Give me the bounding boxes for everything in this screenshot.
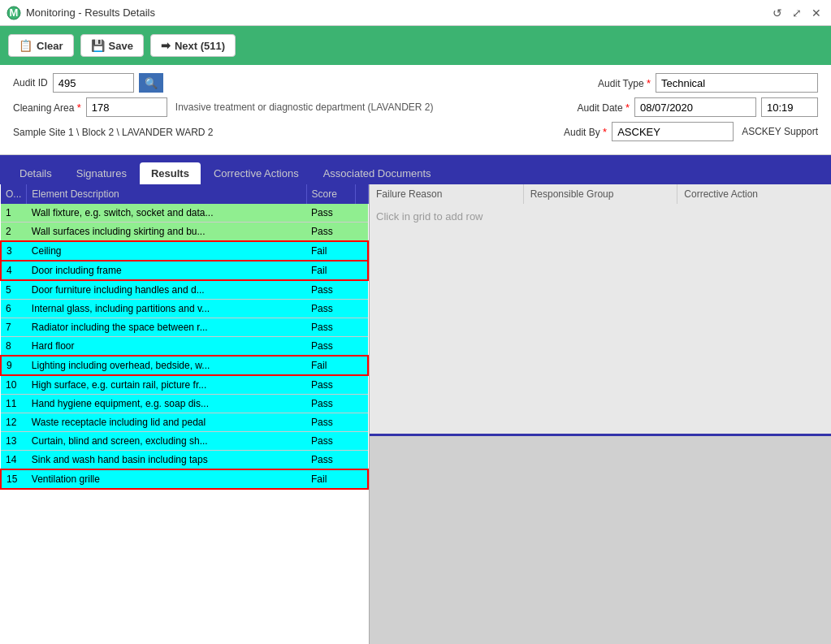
content-area: O... Element Description Score 1 Wall fi… xyxy=(0,184,831,644)
col-order: O... xyxy=(1,184,27,204)
table-row[interactable]: 9 Lighting including overhead, bedside, … xyxy=(1,356,368,375)
cell-score: Pass xyxy=(306,300,355,318)
audit-id-label: Audit ID xyxy=(13,77,48,89)
ca-col-failure-reason: Failure Reason xyxy=(370,184,524,204)
table-row[interactable]: 11 Hand hygiene equipment, e.g. soap dis… xyxy=(1,395,368,413)
cell-description: Door including frame xyxy=(27,261,306,280)
table-row[interactable]: 4 Door including frame Fail xyxy=(1,261,368,280)
cell-description: Door furniture including handles and d..… xyxy=(27,280,306,300)
cell-description: Radiator including the space between r..… xyxy=(27,318,306,337)
cell-scroll xyxy=(355,318,368,337)
cell-description: Hand hygiene equipment, e.g. soap dis... xyxy=(27,395,306,413)
table-row[interactable]: 7 Radiator including the space between r… xyxy=(1,318,368,337)
cell-order: 15 xyxy=(1,469,27,489)
cell-description: Ceiling xyxy=(27,241,306,261)
cell-description: Curtain, blind and screen, excluding sh.… xyxy=(27,432,306,451)
cleaning-area-desc: Invasive treatment or diagnostic departm… xyxy=(175,102,434,113)
audit-time-input[interactable] xyxy=(761,97,818,117)
cell-description: Waste receptacle including lid and pedal xyxy=(27,413,306,432)
cell-description: Wall fixture, e.g. switch, socket and da… xyxy=(27,204,306,223)
cell-order: 1 xyxy=(1,204,27,223)
clear-button[interactable]: 📋 Clear xyxy=(8,34,74,57)
tabs-container: Details Signatures Results Corrective Ac… xyxy=(0,155,831,184)
ca-body[interactable]: Click in grid to add row xyxy=(370,204,831,434)
audit-date-label: Audit Date * xyxy=(578,102,630,114)
table-row[interactable]: 14 Sink and wash hand basin including ta… xyxy=(1,451,368,470)
tab-results[interactable]: Results xyxy=(140,162,201,184)
cell-score: Pass xyxy=(306,223,355,242)
tab-associated-documents[interactable]: Associated Documents xyxy=(312,162,443,184)
audit-type-input[interactable] xyxy=(656,73,818,93)
cell-scroll xyxy=(355,356,368,375)
toolbar: 📋 Clear 💾 Save ➡ Next (511) xyxy=(0,26,831,65)
table-row[interactable]: 1 Wall fixture, e.g. switch, socket and … xyxy=(1,204,368,223)
table-row[interactable]: 15 Ventilation grille Fail xyxy=(1,469,368,489)
table-row[interactable]: 13 Curtain, blind and screen, excluding … xyxy=(1,432,368,451)
ca-lower-panel xyxy=(370,434,831,644)
audit-by-label: Audit By * xyxy=(564,126,607,138)
search-button[interactable]: 🔍 xyxy=(139,73,163,93)
cleaning-area-input[interactable] xyxy=(86,97,167,117)
cell-order: 4 xyxy=(1,261,27,280)
cell-order: 10 xyxy=(1,375,27,395)
form-area: Audit ID 🔍 Audit Type * Cleaning Area * … xyxy=(0,65,831,155)
audit-by-input[interactable] xyxy=(612,122,734,141)
cell-order: 7 xyxy=(1,318,27,337)
col-description: Element Description xyxy=(27,184,306,204)
col-scroll xyxy=(355,184,368,204)
cell-scroll xyxy=(355,261,368,280)
tab-corrective-actions[interactable]: Corrective Actions xyxy=(202,162,310,184)
audit-id-input[interactable] xyxy=(53,73,134,93)
cell-order: 11 xyxy=(1,395,27,413)
cell-description: Lighting including overhead, bedside, w.… xyxy=(27,356,306,375)
cell-score: Pass xyxy=(306,395,355,413)
table-row[interactable]: 12 Waste receptacle including lid and pe… xyxy=(1,413,368,432)
save-button[interactable]: 💾 Save xyxy=(80,34,144,57)
cell-description: Internal glass, including partitions and… xyxy=(27,300,306,318)
save-icon: 💾 xyxy=(91,39,105,52)
audit-type-label: Audit Type * xyxy=(598,77,651,89)
table-row[interactable]: 10 High surface, e.g. curtain rail, pict… xyxy=(1,375,368,395)
maximize-icon[interactable]: ⤢ xyxy=(789,5,805,21)
cell-score: Fail xyxy=(306,469,355,489)
cell-score: Fail xyxy=(306,241,355,261)
cell-scroll xyxy=(355,337,368,357)
table-row[interactable]: 5 Door furniture including handles and d… xyxy=(1,280,368,300)
cell-description: High surface, e.g. curtain rail, picture… xyxy=(27,375,306,395)
cell-order: 5 xyxy=(1,280,27,300)
table-row[interactable]: 2 Wall surfaces including skirting and b… xyxy=(1,223,368,242)
cell-scroll xyxy=(355,204,368,223)
cell-description: Hard floor xyxy=(27,337,306,357)
table-row[interactable]: 6 Internal glass, including partitions a… xyxy=(1,300,368,318)
cell-score: Fail xyxy=(306,261,355,280)
ca-placeholder: Click in grid to add row xyxy=(376,210,483,223)
clear-icon: 📋 xyxy=(19,39,32,52)
audit-date-input[interactable] xyxy=(634,97,756,117)
ca-col-responsible-group: Responsible Group xyxy=(524,184,678,204)
cell-description: Ventilation grille xyxy=(27,469,306,489)
cell-score: Pass xyxy=(306,413,355,432)
svg-text:M: M xyxy=(10,6,19,19)
tab-details[interactable]: Details xyxy=(8,162,63,184)
window-controls[interactable]: ↺ ⤢ ✕ xyxy=(769,5,825,21)
table-row[interactable]: 8 Hard floor Pass xyxy=(1,337,368,357)
cell-scroll xyxy=(355,469,368,489)
title-bar: M Monitoring - Results Details ↺ ⤢ ✕ xyxy=(0,0,831,26)
cell-score: Pass xyxy=(306,280,355,300)
cell-score: Pass xyxy=(306,204,355,223)
cell-scroll xyxy=(355,241,368,261)
close-icon[interactable]: ✕ xyxy=(808,5,825,21)
tab-signatures[interactable]: Signatures xyxy=(65,162,138,184)
refresh-icon[interactable]: ↺ xyxy=(769,5,786,21)
cell-scroll xyxy=(355,280,368,300)
ca-header: Failure Reason Responsible Group Correct… xyxy=(370,184,831,204)
cell-description: Sink and wash hand basin including taps xyxy=(27,451,306,470)
corrective-actions-panel: Failure Reason Responsible Group Correct… xyxy=(370,184,831,644)
audit-by-support: ASCKEY Support xyxy=(742,126,818,137)
cell-scroll xyxy=(355,413,368,432)
next-button[interactable]: ➡ Next (511) xyxy=(150,34,236,57)
cell-score: Pass xyxy=(306,432,355,451)
cell-scroll xyxy=(355,223,368,242)
cell-score: Pass xyxy=(306,375,355,395)
table-row[interactable]: 3 Ceiling Fail xyxy=(1,241,368,261)
